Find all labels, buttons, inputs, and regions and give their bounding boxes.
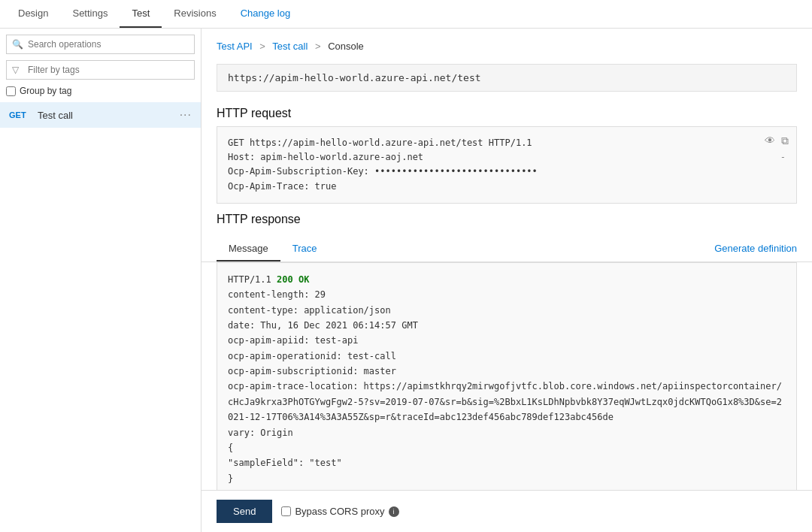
response-line-vary: vary: Origin — [228, 425, 786, 440]
eye-icon[interactable]: 👁 — [765, 135, 775, 147]
bypass-cors-label: Bypass CORS proxy i — [281, 506, 398, 517]
top-nav: Design Settings Test Revisions Change lo… — [0, 0, 812, 29]
search-input[interactable] — [6, 35, 195, 54]
group-by-tag-checkbox[interactable] — [6, 86, 16, 96]
response-line-sample-field: "sampleField": "test" — [228, 455, 786, 470]
response-line-brace-close: } — [228, 471, 786, 486]
http-request-box: GET https://apim-hello-world.azure-api.n… — [217, 126, 797, 204]
request-line3: Ocp-Apim-Subscription-Key: •••••••••••••… — [228, 165, 786, 179]
response-line-brace-open: { — [228, 440, 786, 455]
breadcrumb-test-call[interactable]: Test call — [272, 41, 308, 52]
response-line-trace-location: ocp-apim-trace-location: https://apimstk… — [228, 379, 786, 425]
request-line1: GET https://apim-hello-world.azure-api.n… — [228, 136, 786, 150]
operation-name: Test call — [38, 110, 180, 121]
main-content: Test API > Test call > Console https://a… — [201, 29, 812, 532]
request-dash: - — [780, 150, 786, 165]
bypass-cors-checkbox[interactable] — [281, 506, 291, 516]
request-line4: Ocp-Apim-Trace: true — [228, 180, 786, 194]
status-code: 200 OK — [277, 274, 309, 285]
send-button[interactable]: Send — [217, 500, 272, 523]
url-display: https://apim-hello-world.azure-api.net/t… — [217, 64, 797, 92]
response-line-apiid: ocp-apim-apiid: test-api — [228, 333, 786, 348]
breadcrumb: Test API > Test call > Console — [201, 29, 812, 58]
request-line2: Host: apim-hello-world.azure-aoj.net - — [228, 150, 786, 165]
filter-icon: ▽ — [12, 65, 19, 75]
tab-changelog[interactable]: Change log — [229, 0, 303, 28]
info-icon[interactable]: i — [389, 506, 399, 517]
sidebar-item-testcall[interactable]: GET Test call ··· — [0, 102, 201, 128]
http-request-title: HTTP request — [201, 98, 812, 126]
response-status-line: HTTP/1.1 200 OK — [228, 272, 786, 287]
filter-tags-input[interactable] — [6, 60, 195, 80]
breadcrumb-sep2: > — [315, 41, 321, 52]
bottom-bar: Send Bypass CORS proxy i — [201, 490, 812, 532]
bypass-cors-text: Bypass CORS proxy — [295, 506, 384, 517]
response-line-content-type: content-type: application/json — [228, 303, 786, 318]
breadcrumb-sep1: > — [259, 41, 265, 52]
copy-icon[interactable]: ⧉ — [781, 135, 789, 147]
tab-revisions[interactable]: Revisions — [162, 0, 228, 28]
tab-test[interactable]: Test — [120, 0, 162, 28]
tab-message[interactable]: Message — [217, 235, 280, 261]
response-line-operationid: ocp-apim-operationid: test-call — [228, 349, 786, 364]
tab-design[interactable]: Design — [6, 0, 60, 28]
method-badge: GET — [9, 110, 32, 119]
response-line-subscriptionid: ocp-apim-subscriptionid: master — [228, 364, 786, 379]
response-content: HTTP/1.1 200 OK content-length: 29 conte… — [217, 262, 797, 490]
search-icon: 🔍 — [12, 39, 23, 50]
http-response-title: HTTP response — [201, 204, 812, 232]
sidebar: 🔍 ▽ Group by tag GET Test call ··· — [0, 29, 201, 532]
generate-definition-link[interactable]: Generate definition — [714, 237, 797, 260]
breadcrumb-test-api[interactable]: Test API — [217, 41, 253, 52]
item-menu-icon[interactable]: ··· — [180, 108, 192, 122]
tab-settings[interactable]: Settings — [60, 0, 120, 28]
group-by-tag-label: Group by tag — [20, 86, 71, 96]
response-line-date: date: Thu, 16 Dec 2021 06:14:57 GMT — [228, 318, 786, 333]
response-line-content-length: content-length: 29 — [228, 287, 786, 302]
breadcrumb-console: Console — [328, 41, 364, 52]
tab-trace[interactable]: Trace — [280, 235, 329, 261]
response-tabs-bar: Message Trace Generate definition — [201, 235, 812, 262]
